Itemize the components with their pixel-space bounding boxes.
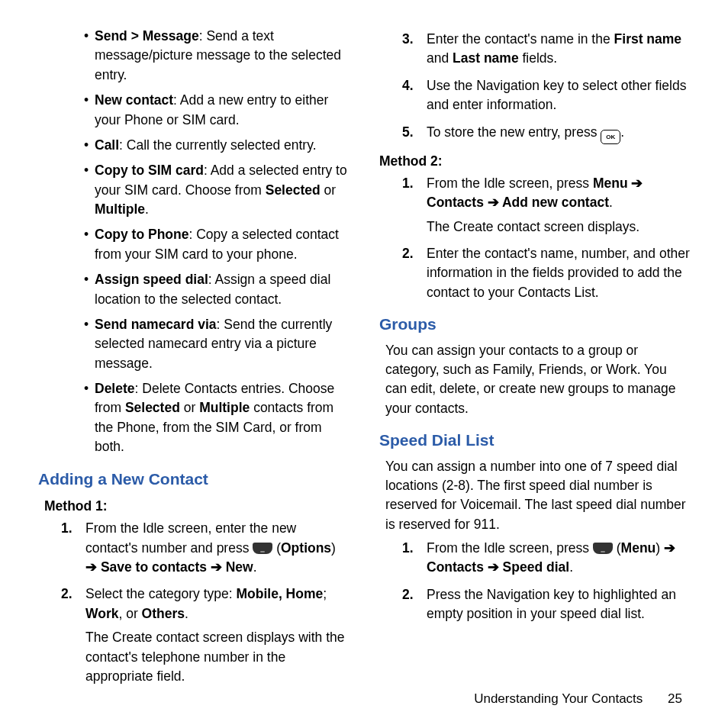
speed-dial-paragraph: You can assign a number into one of 7 sp… <box>385 457 690 535</box>
left-column: Send > Message: Send a text message/pict… <box>38 27 349 668</box>
term: Send > Message <box>95 28 199 43</box>
step-number: 5. <box>402 123 414 142</box>
term: New contact <box>95 92 173 108</box>
term: Delete <box>95 381 135 396</box>
t: New <box>226 559 253 575</box>
step-number: 4. <box>402 76 414 95</box>
speed-dial-steps: 1. From the Idle screen, press (Menu) ➔ … <box>379 539 690 624</box>
groups-paragraph: You can assign your contacts to a group … <box>385 341 690 419</box>
page-footer: Understanding Your Contacts 25 <box>474 691 682 707</box>
t: Save to contacts <box>101 559 207 575</box>
t: Menu <box>593 176 628 191</box>
step-continuation: The Create contact screen displays. <box>427 217 690 237</box>
method2-steps: 1. From the Idle screen, press Menu ➔ Co… <box>379 174 690 302</box>
step-number: 3. <box>402 30 414 49</box>
step-number: 2. <box>402 585 414 604</box>
method-2-label: Method 2: <box>379 152 690 171</box>
t: Press the Navigation key to highlighted … <box>427 587 676 621</box>
t: Select the category type: <box>85 586 236 601</box>
step-number: 2. <box>61 585 72 604</box>
options-list: Send > Message: Send a text message/pict… <box>38 27 349 457</box>
list-item: Copy to Phone: Copy a selected contact f… <box>95 225 349 264</box>
t: Last name <box>453 50 519 66</box>
t: ; <box>323 586 327 601</box>
t: . <box>569 559 573 575</box>
t: , or <box>118 606 141 621</box>
step-item: 2. Press the Navigation key to highlight… <box>427 585 690 624</box>
t: Selected <box>125 400 180 415</box>
ok-button-icon: OK <box>601 130 620 144</box>
t: . <box>185 606 188 621</box>
method-1-label: Method 1: <box>44 497 349 516</box>
t: . <box>145 201 149 217</box>
t: Selected <box>266 182 321 198</box>
list-item: Copy to SIM card: Add a selected entry t… <box>95 161 349 219</box>
step-item: 2. Select the category type: Mobile, Hom… <box>85 585 349 686</box>
t: From the Idle screen, press <box>427 540 593 556</box>
arrow-icon: ➔ <box>207 559 226 575</box>
t: Speed dial <box>503 559 570 575</box>
page: Send > Message: Send a text message/pict… <box>0 0 728 728</box>
step-item: 1. From the Idle screen, press (Menu) ➔ … <box>427 539 690 578</box>
step-item: 1. From the Idle screen, press Menu ➔ Co… <box>427 174 690 237</box>
step-item: 2. Enter the contact's name, number, and… <box>427 244 690 302</box>
t: Use the Navigation key to select other f… <box>427 78 686 112</box>
arrow-icon: ➔ <box>664 540 675 556</box>
t: Options <box>281 540 331 556</box>
term: Assign speed dial <box>95 272 208 287</box>
t: Multiple <box>199 400 250 415</box>
t: or <box>180 400 199 415</box>
heading-speed-dial: Speed Dial List <box>379 429 690 452</box>
t: Enter the contact's name in the <box>427 31 614 47</box>
t: ( <box>272 540 281 556</box>
step-number: 2. <box>402 244 414 263</box>
list-item: Assign speed dial: Assign a speed dial l… <box>95 270 349 309</box>
right-column: 3. Enter the contact's name in the First… <box>379 27 690 668</box>
step-item: 4. Use the Navigation key to select othe… <box>427 76 690 115</box>
t: From the Idle screen, press <box>427 176 593 191</box>
t: Others <box>142 606 185 621</box>
list-item: Send namecard via: Send the currently se… <box>95 315 349 373</box>
step-number: 1. <box>402 174 414 193</box>
term: Call <box>95 137 119 153</box>
softkey-icon <box>593 543 613 554</box>
heading-adding-contact: Adding a New Contact <box>38 468 349 491</box>
step-number: 1. <box>61 519 72 538</box>
t: Add new contact <box>502 195 609 210</box>
t: First name <box>614 31 682 47</box>
step-continuation: The Create contact screen displays with … <box>85 628 349 686</box>
t: Work <box>85 606 118 621</box>
arrow-icon: ➔ <box>628 176 643 191</box>
page-number: 25 <box>668 691 682 707</box>
t: . <box>253 559 257 575</box>
arrow-icon: ➔ <box>484 195 502 210</box>
term: Copy to Phone <box>95 227 188 242</box>
t: fields. <box>519 50 558 66</box>
content-columns: Send > Message: Send a text message/pict… <box>38 27 690 668</box>
t: Mobile, Home <box>236 586 323 601</box>
t: Multiple <box>95 201 145 217</box>
list-item: Send > Message: Send a text message/pict… <box>95 27 349 85</box>
softkey-icon <box>253 543 272 554</box>
term: Copy to SIM card <box>95 163 204 178</box>
t: Menu <box>621 540 656 556</box>
t: Contacts <box>427 559 484 575</box>
footer-section-title: Understanding Your Contacts <box>474 691 643 706</box>
list-item: New contact: Add a new entry to either y… <box>95 91 349 130</box>
t: To store the new entry, press <box>427 124 601 140</box>
list-item: Call: Call the currently selected entry. <box>95 136 349 155</box>
step-item: 1. From the Idle screen, enter the new c… <box>85 519 349 577</box>
t: . <box>609 195 613 210</box>
t: or <box>321 182 336 198</box>
t: ) <box>656 540 664 556</box>
arrow-icon: ➔ <box>484 559 503 575</box>
term: Send namecard via <box>95 317 217 332</box>
heading-groups: Groups <box>379 313 690 336</box>
list-item: Delete: Delete Contacts entries. Choose … <box>95 379 349 457</box>
t: Contacts <box>427 195 484 210</box>
desc: : Call the currently selected entry. <box>119 137 316 153</box>
t: Enter the contact's name, number, and ot… <box>427 246 690 300</box>
method1-steps: 1. From the Idle screen, enter the new c… <box>38 519 349 686</box>
step-number: 1. <box>402 539 414 558</box>
arrow-icon: ➔ <box>85 559 101 575</box>
